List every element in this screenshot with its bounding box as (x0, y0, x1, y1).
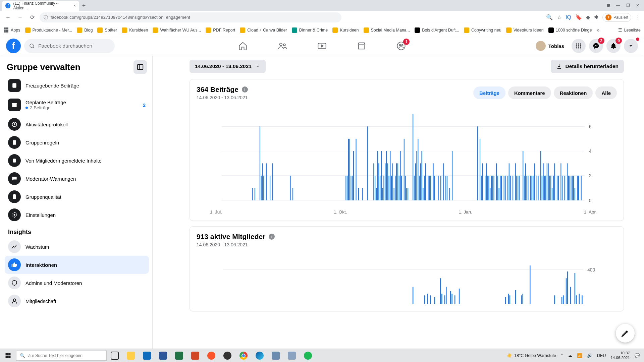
search-icon: 🔍 (20, 353, 25, 358)
brave-icon[interactable] (203, 349, 219, 362)
sidebar-item-rules[interactable]: Gruppenregeln (5, 133, 149, 152)
svg-point-11 (576, 45, 577, 46)
sidebar-item-membership[interactable]: Mitgliedschaft (5, 292, 149, 310)
bookmark-item[interactable]: Kursideen (122, 27, 148, 33)
bookmark-item[interactable]: Später (97, 27, 117, 33)
nav-groups[interactable]: 1 (383, 37, 420, 55)
download-button[interactable]: Details herunterladen (551, 60, 624, 73)
close-window-button[interactable]: ✕ (636, 3, 639, 8)
bookmark-item[interactable]: Copywriting neu (464, 27, 501, 33)
tray-up-icon[interactable]: ˄ (561, 353, 563, 358)
app2-icon[interactable] (284, 349, 300, 362)
bookmark-item[interactable]: Produktsuche - Mer... (25, 27, 72, 33)
mail-icon[interactable] (139, 349, 155, 362)
obs-icon[interactable] (219, 349, 235, 362)
ext-menu-icon[interactable]: ✱ (594, 14, 598, 20)
reading-list-button[interactable]: ☰ Leseliste (618, 27, 641, 33)
edge-icon[interactable] (252, 349, 268, 362)
account-dropdown-button[interactable] (624, 39, 638, 53)
sidebar-item-quality[interactable]: Gruppenqualität (5, 188, 149, 206)
sidebar-item-admins[interactable]: Admins und Moderatoren (5, 274, 149, 292)
ext1-icon[interactable]: IQ (566, 14, 571, 20)
volume-icon[interactable]: 🔊 (587, 353, 592, 358)
nav-watch[interactable] (304, 37, 340, 55)
tab-posts[interactable]: Beiträge (473, 86, 505, 99)
word-icon[interactable] (155, 349, 171, 362)
sidebar-item-pending[interactable]: Freizugebende Beiträge (5, 76, 149, 95)
close-icon[interactable]: × (73, 3, 76, 8)
start-button[interactable] (0, 349, 16, 362)
reload-button[interactable]: ⟳ (28, 13, 37, 22)
info-icon[interactable]: i (269, 234, 275, 240)
tab-comments[interactable]: Kommentare (508, 86, 551, 99)
cloud-icon[interactable]: ☁ (568, 353, 572, 358)
bookmark-item[interactable]: Videokurs Ideen (506, 27, 544, 33)
powerpoint-icon[interactable] (187, 349, 203, 362)
minimize-button[interactable]: — (616, 3, 620, 8)
bookmark-item[interactable]: Dinner & Crime (292, 27, 328, 33)
address-bar[interactable]: ⓘ facebook.com/groups/214827109704148/in… (40, 12, 341, 22)
sidebar-item-growth[interactable]: Wachstum (5, 238, 149, 256)
sidebar-item-modwarn[interactable]: Moderator-Warnungen (5, 170, 149, 188)
info-icon[interactable]: i (242, 86, 248, 93)
app1-icon[interactable] (268, 349, 284, 362)
ext2-icon[interactable]: 🔖 (575, 14, 582, 20)
sidebar-item-settings[interactable]: Einstellungen (5, 206, 149, 224)
bookmark-item[interactable]: Blog (77, 27, 93, 33)
tab-reactions[interactable]: Reaktionen (554, 86, 593, 99)
fb-logo-icon[interactable]: f (6, 39, 21, 53)
sidebar-item-reported[interactable]: Von Mitgliedern gemeldete Inhalte (5, 152, 149, 170)
kebab-icon[interactable]: ⋮ (635, 14, 641, 20)
sidebar-item-scheduled[interactable]: Geplante Beiträge 2 Beiträge 2 (5, 95, 149, 115)
search-input[interactable]: Facebook durchsuchen (24, 39, 115, 53)
user-chip[interactable]: Tobias (534, 40, 568, 52)
sidebar-item-activity[interactable]: Aktivitätenprotokoll (5, 115, 149, 133)
clock[interactable]: 10:37 14.06.2021 (610, 351, 630, 360)
explorer-icon[interactable] (123, 349, 139, 362)
star-icon[interactable]: ☆ (557, 14, 561, 20)
bookmark-item[interactable]: Social Media Mana... (364, 27, 410, 33)
messenger-button[interactable]: 2 (589, 39, 603, 53)
lang-indicator[interactable]: DEU (597, 353, 606, 358)
bookmark-item[interactable]: Kursideen (332, 27, 359, 33)
bookmark-item[interactable]: Wahlfächer WU Aus... (153, 27, 201, 33)
wifi-icon[interactable]: 📶 (577, 353, 582, 358)
bm-overflow-icon[interactable]: » (597, 27, 600, 33)
maximize-button[interactable]: ❐ (626, 3, 630, 8)
card-title: 913 aktive Mitglieder i (197, 233, 275, 241)
back-button[interactable]: ← (3, 13, 13, 22)
taskbar-search[interactable]: 🔍 Zur Suche Text hier eingeben (16, 351, 107, 361)
compose-button[interactable] (616, 324, 635, 343)
zoom-icon[interactable]: 🔍 (546, 14, 553, 20)
menu-button[interactable] (572, 39, 586, 53)
svg-rect-146 (528, 176, 528, 200)
bell-badge: 9 (615, 38, 622, 44)
excel-icon[interactable] (171, 349, 187, 362)
forward-button[interactable]: → (15, 13, 25, 22)
growth-icon (8, 240, 21, 253)
bookmark-item[interactable]: PDF Report (206, 27, 235, 33)
svg-rect-210 (579, 294, 580, 304)
tab-all[interactable]: Alle (595, 86, 617, 99)
nav-home[interactable] (224, 37, 261, 55)
chrome-icon[interactable] (235, 349, 252, 362)
new-tab-button[interactable]: + (79, 1, 89, 11)
profile-paused-chip[interactable]: T Pausiert (602, 13, 631, 22)
bookmark-item[interactable]: Bois d'Argent Duft... (415, 27, 459, 33)
apps-button[interactable]: Apps (3, 27, 20, 33)
bookmark-item[interactable]: 1000 schöne Dinge (548, 27, 592, 33)
nav-friends[interactable] (264, 37, 301, 55)
weather-widget[interactable]: ☀️ 18°C Gelbe Warnstufe (507, 353, 556, 358)
ext3-icon[interactable]: ◆ (586, 14, 590, 20)
collapse-button[interactable] (133, 60, 147, 74)
date-range-selector[interactable]: 14.06.2020 - 13.06.2021 (190, 60, 266, 73)
bookmark-item[interactable]: Cload + Canva Bilder (240, 27, 287, 33)
browser-tab[interactable]: f (11) Finanz Community - Aktien... × (2, 1, 79, 11)
spotify-icon[interactable] (300, 349, 316, 362)
notification-center-icon[interactable]: 💬 (635, 353, 640, 358)
sidebar-item-interactions[interactable]: Interaktionen (5, 256, 149, 274)
taskview-icon[interactable] (107, 349, 123, 362)
notifications-button[interactable]: 9 (606, 39, 621, 53)
avatar-dot-icon[interactable] (607, 4, 610, 7)
nav-marketplace[interactable] (343, 37, 380, 55)
